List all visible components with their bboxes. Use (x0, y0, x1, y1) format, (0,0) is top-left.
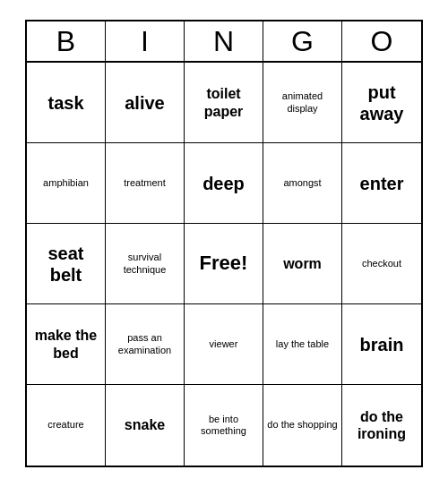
bingo-cell: pass an examination (106, 304, 185, 385)
bingo-cell: animated display (263, 63, 342, 143)
bingo-cell: be into something (185, 385, 263, 466)
bingo-cell: creature (27, 385, 106, 466)
bingo-cell: lay the table (263, 304, 342, 385)
bingo-header: BINGO (27, 21, 421, 63)
bingo-cell: do the ironing (342, 385, 421, 466)
bingo-cell: seat belt (27, 224, 106, 304)
bingo-cell: Free! (185, 224, 263, 304)
bingo-cell: task (27, 63, 106, 143)
bingo-cell: snake (106, 385, 185, 466)
bingo-cell: checkout (342, 224, 421, 304)
bingo-cell: worm (263, 224, 342, 304)
bingo-cell: do the shopping (263, 385, 342, 466)
bingo-cell: viewer (185, 304, 263, 385)
header-letter: B (27, 21, 106, 61)
bingo-cell: treatment (106, 143, 185, 224)
header-letter: I (106, 21, 185, 61)
bingo-grid: taskalivetoilet paperanimated displayput… (27, 63, 421, 466)
bingo-card: BINGO taskalivetoilet paperanimated disp… (25, 20, 423, 467)
bingo-cell: enter (342, 143, 421, 224)
bingo-cell: amongst (263, 143, 342, 224)
header-letter: O (342, 21, 421, 61)
bingo-cell: deep (185, 143, 263, 224)
bingo-cell: toilet paper (185, 63, 263, 143)
header-letter: N (185, 21, 263, 61)
bingo-cell: alive (106, 63, 185, 143)
bingo-cell: put away (342, 63, 421, 143)
bingo-cell: make the bed (27, 304, 106, 385)
bingo-cell: survival technique (106, 224, 185, 304)
header-letter: G (263, 21, 342, 61)
bingo-cell: amphibian (27, 143, 106, 224)
bingo-cell: brain (342, 304, 421, 385)
